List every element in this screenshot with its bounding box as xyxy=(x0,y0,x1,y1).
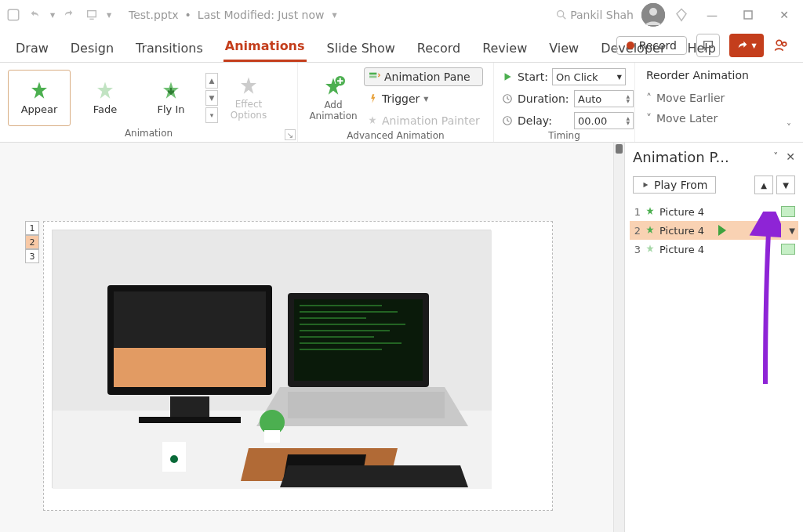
start-select[interactable]: On Click ▼ xyxy=(552,68,626,85)
trigger-label: Trigger xyxy=(382,92,420,105)
tab-view[interactable]: View xyxy=(547,41,580,62)
tab-animations[interactable]: Animations xyxy=(223,38,307,62)
trigger-button[interactable]: Trigger ▼ xyxy=(364,89,483,108)
redo-icon[interactable] xyxy=(61,6,78,24)
gallery-up-icon[interactable]: ▲ xyxy=(205,73,218,89)
delay-input[interactable]: 00.00 ▲▼ xyxy=(574,112,634,129)
svg-rect-1 xyxy=(88,11,96,17)
chevron-up-icon: ˄ xyxy=(646,92,652,104)
svg-rect-9 xyxy=(369,73,376,75)
gallery-nav[interactable]: ▲ ▼ ▾ xyxy=(205,73,218,123)
autosave-icon[interactable] xyxy=(5,6,22,24)
anim-item-3[interactable]: 3 Picture 4 xyxy=(630,240,798,259)
diamond-icon[interactable] xyxy=(673,6,690,24)
start-value: On Click xyxy=(556,71,598,83)
pane-icon xyxy=(368,71,380,83)
svg-rect-0 xyxy=(8,9,19,20)
entrance-star-icon xyxy=(645,206,656,217)
animation-dialog-launcher-icon[interactable]: ↘ xyxy=(285,129,296,140)
reorder-up-button[interactable]: ▲ xyxy=(754,176,773,194)
svg-point-35 xyxy=(170,455,178,463)
effect-flyin[interactable]: Fly In xyxy=(140,70,202,126)
ribbon-collapse-button[interactable]: ˅ xyxy=(781,120,797,136)
vertical-scrollbar[interactable] xyxy=(613,143,624,532)
anim-tag-2[interactable]: 2 xyxy=(25,235,39,249)
record-dot-icon xyxy=(627,42,634,49)
animation-pane: Animation P... ˅ ✕ Play From ▲ ▼ 1 Pictu… xyxy=(624,143,803,532)
item-dropdown-icon[interactable]: ▼ xyxy=(789,226,795,235)
slide[interactable] xyxy=(43,221,553,511)
move-earlier-button[interactable]: ˄ Move Earlier xyxy=(646,89,749,107)
group-animation-label: Animation xyxy=(8,128,289,140)
title-dropdown-icon[interactable]: ▼ xyxy=(331,6,339,24)
painter-icon xyxy=(367,115,378,126)
add-animation-button[interactable]: Add Animation xyxy=(306,69,361,128)
maximize-button[interactable] xyxy=(734,4,762,26)
tab-transitions[interactable]: Transitions xyxy=(134,41,205,62)
comments-button[interactable] xyxy=(696,34,720,57)
effect-options-label: Effect Options xyxy=(231,99,267,121)
share-button[interactable]: ▼ xyxy=(729,34,764,57)
pane-title: Animation P... xyxy=(633,149,765,165)
delay-value: 00.00 xyxy=(578,115,607,127)
animation-list: 1 Picture 4 2 Picture 4 ▼ 3 Picture 4 xyxy=(625,199,803,262)
tab-review[interactable]: Review xyxy=(481,41,529,62)
effect-appear[interactable]: Appear xyxy=(8,70,71,126)
slide-canvas[interactable]: 1 2 3 xyxy=(0,143,613,532)
search-icon[interactable] xyxy=(553,6,570,24)
picture-4[interactable] xyxy=(52,230,491,488)
group-advanced-label: Advanced Animation xyxy=(306,130,485,141)
undo-icon[interactable] xyxy=(27,6,44,24)
tab-slideshow[interactable]: Slide Show xyxy=(325,41,397,62)
modified-status: Last Modified: Just now xyxy=(198,9,325,21)
svg-point-7 xyxy=(783,42,787,46)
record-button[interactable]: Record xyxy=(616,36,687,55)
gallery-down-icon[interactable]: ▼ xyxy=(205,90,218,106)
avatar[interactable] xyxy=(641,3,665,27)
spinner-icon[interactable]: ▲▼ xyxy=(626,94,630,103)
start-from-beginning-icon[interactable] xyxy=(83,6,100,24)
animation-tags: 1 2 3 xyxy=(25,221,39,263)
anim-item-num: 3 xyxy=(633,244,641,255)
svg-rect-10 xyxy=(369,76,376,78)
svg-rect-19 xyxy=(139,417,241,423)
anim-item-name: Picture 4 xyxy=(659,244,777,255)
animation-pane-label: Animation Pane xyxy=(384,71,471,83)
animation-pane-button[interactable]: Animation Pane xyxy=(364,67,483,86)
move-later-button[interactable]: ˅ Move Later xyxy=(646,110,749,127)
minimize-button[interactable]: — xyxy=(698,4,726,26)
chevron-down-icon: ˅ xyxy=(787,122,791,133)
ribbon: Appear Fade Fly In ▲ ▼ ▾ Effect Options … xyxy=(0,63,803,143)
anim-item-name: Picture 4 xyxy=(659,206,777,218)
qat-dropdown-icon[interactable]: ▼ xyxy=(105,6,113,24)
teams-icon[interactable] xyxy=(773,38,789,53)
gallery-more-icon[interactable]: ▾ xyxy=(205,107,218,123)
effect-appear-label: Appear xyxy=(21,103,58,115)
duration-input[interactable]: Auto ▲▼ xyxy=(574,90,634,107)
effect-fade[interactable]: Fade xyxy=(74,70,136,126)
animation-painter-label: Animation Painter xyxy=(382,114,480,127)
start-label: Start: xyxy=(518,71,547,83)
svg-marker-38 xyxy=(280,465,468,487)
effect-flyin-label: Fly In xyxy=(158,103,185,115)
anim-item-2[interactable]: 2 Picture 4 ▼ xyxy=(630,221,798,240)
effect-fade-label: Fade xyxy=(93,103,118,115)
tab-draw[interactable]: Draw xyxy=(14,41,50,62)
tab-design[interactable]: Design xyxy=(69,41,115,62)
tab-record[interactable]: Record xyxy=(416,41,462,62)
anim-tag-3[interactable]: 3 xyxy=(25,249,39,263)
play-from-label: Play From xyxy=(654,179,707,191)
svg-rect-31 xyxy=(288,392,445,418)
anim-item-1[interactable]: 1 Picture 4 xyxy=(630,202,798,221)
spinner-icon[interactable]: ▲▼ xyxy=(626,116,630,125)
entrance-star-icon xyxy=(645,244,656,255)
undo-dropdown-icon[interactable]: ▼ xyxy=(49,6,56,24)
anim-item-name: Picture 4 xyxy=(659,225,714,237)
reorder-down-button[interactable]: ▼ xyxy=(776,176,795,194)
group-timing-label: Timing xyxy=(502,130,627,141)
pane-options-icon[interactable]: ˅ xyxy=(773,151,778,162)
play-from-button[interactable]: Play From xyxy=(633,176,716,194)
anim-tag-1[interactable]: 1 xyxy=(25,221,39,235)
pane-close-icon[interactable]: ✕ xyxy=(786,150,795,163)
close-button[interactable]: ✕ xyxy=(770,4,798,26)
